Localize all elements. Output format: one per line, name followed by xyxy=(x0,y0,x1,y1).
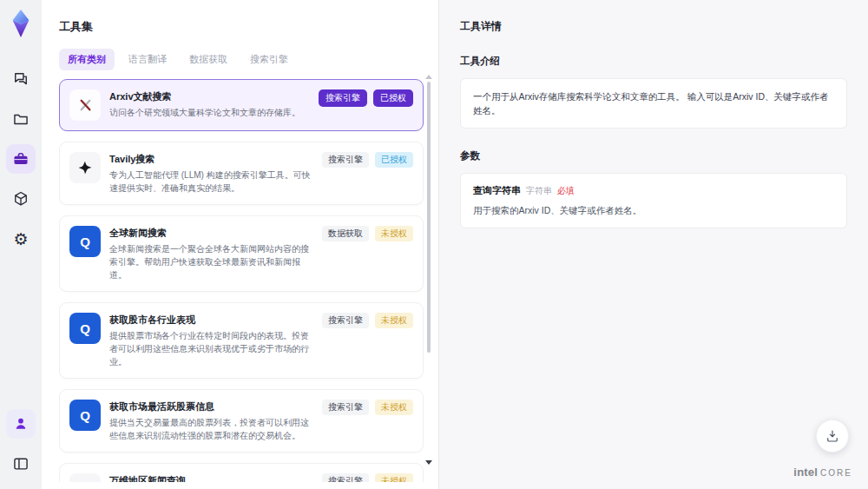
nav-settings-icon[interactable]: ⚙ xyxy=(6,224,36,254)
intel-wordmark: intel xyxy=(793,466,818,479)
param-type: 字符串 xyxy=(526,185,552,197)
tool-name: 全球新闻搜索 xyxy=(109,226,313,240)
tool-description: 提供当天交易量最高的股票列表，投资者可以利用这些信息来识别流动性强的股票和潜在的… xyxy=(109,416,313,442)
intro-heading: 工具介绍 xyxy=(460,55,847,68)
tool-tags: 搜索引擎 已授权 xyxy=(322,152,413,195)
core-wordmark: CORE xyxy=(820,468,852,478)
tool-tags: 数据获取 未授权 xyxy=(322,226,413,281)
nav-toolbox-icon[interactable] xyxy=(6,144,36,174)
nav-user-icon[interactable] xyxy=(6,409,36,439)
building-icon xyxy=(69,473,101,482)
tool-tags: 搜索引擎 未授权 xyxy=(322,473,413,482)
params-heading: 参数 xyxy=(460,149,847,162)
tool-name: 获取市场最活跃股票信息 xyxy=(109,400,313,413)
tool-description: 全球新闻搜索是一个聚合全球各大新闻网站内容的搜索引擎。帮助用户快速获取全球最新资… xyxy=(109,242,313,281)
tool-body: 获取股市各行业表现 提供股票市场各个行业在特定时间段内的表现。投资者可以利用这些… xyxy=(109,313,313,368)
tool-auth-tag: 未授权 xyxy=(375,313,413,328)
tool-list: Arxiv文献搜索 访问各个研究领域大量科学论文和文章的存储库。 搜索引擎 已授… xyxy=(59,79,424,482)
tool-description: 访问各个研究领域大量科学论文和文章的存储库。 xyxy=(109,106,310,119)
nav-panel-toggle-icon[interactable] xyxy=(6,449,36,479)
tool-category-tag: 搜索引擎 xyxy=(322,313,369,328)
param-description: 用于搜索的Arxiv ID、关键字或作者姓名。 xyxy=(473,204,834,217)
tool-tags: 搜索引擎 未授权 xyxy=(322,313,413,368)
tool-description: 专为人工智能代理 (LLM) 构建的搜索引擎工具。可快速提供实时、准确和真实的结… xyxy=(109,169,313,195)
left-rail: ⚙ xyxy=(0,0,42,489)
param-card: 查询字符串 字符串 必填 用于搜索的Arxiv ID、关键字或作者姓名。 xyxy=(460,173,847,228)
tool-description: 提供股票市场各个行业在特定时间段内的表现。投资者可以利用这些信息来识别表现优于或… xyxy=(109,329,313,368)
param-required-badge: 必填 xyxy=(557,185,575,197)
tool-name: 万维地区新闻查询 xyxy=(109,473,313,482)
category-tab[interactable]: 搜索引擎 xyxy=(241,49,297,70)
tool-auth-tag: 已授权 xyxy=(375,152,413,168)
category-tab[interactable]: 所有类别 xyxy=(59,49,115,70)
tool-category-tag: 搜索引擎 xyxy=(322,152,369,168)
detail-title: 工具详情 xyxy=(460,19,847,34)
tool-auth-tag: 未授权 xyxy=(375,473,413,482)
tool-body: 全球新闻搜索 全球新闻搜索是一个聚合全球各大新闻网站内容的搜索引擎。帮助用户快速… xyxy=(109,226,313,281)
tool-category-tag: 搜索引擎 xyxy=(322,400,369,415)
news-q-icon: Q xyxy=(69,313,101,344)
tool-auth-tag: 未授权 xyxy=(375,400,413,415)
param-header: 查询字符串 字符串 必填 xyxy=(473,184,834,197)
tool-body: Arxiv文献搜索 访问各个研究领域大量科学论文和文章的存储库。 xyxy=(109,89,310,121)
arxiv-icon xyxy=(69,89,101,121)
tavily-icon xyxy=(69,152,101,183)
param-name: 查询字符串 xyxy=(473,184,521,197)
tool-name: Tavily搜索 xyxy=(109,152,313,166)
tool-category-tag: 搜索引擎 xyxy=(319,89,367,107)
list-scrollbar[interactable] xyxy=(424,75,433,465)
news-q-icon: Q xyxy=(69,400,101,431)
tool-auth-tag: 已授权 xyxy=(373,89,413,107)
app-logo-icon xyxy=(8,9,34,38)
scrollbar-track[interactable] xyxy=(427,82,431,458)
tool-body: 获取市场最活跃股票信息 提供当天交易量最高的股票列表，投资者可以利用这些信息来识… xyxy=(109,400,313,442)
tool-card[interactable]: Q 获取股市各行业表现 提供股票市场各个行业在特定时间段内的表现。投资者可以利用… xyxy=(59,302,424,379)
intel-core-logo: intel CORE xyxy=(793,466,852,479)
nav-cube-icon[interactable] xyxy=(6,184,36,214)
tool-card[interactable]: Q 全球新闻搜索 全球新闻搜索是一个聚合全球各大新闻网站内容的搜索引擎。帮助用户… xyxy=(59,215,424,292)
tool-card[interactable]: 万维地区新闻查询 查询具体行政区划内的新闻，快速了解各地新闻动 搜索引擎 未授权 xyxy=(59,463,424,482)
tool-name: Arxiv文献搜索 xyxy=(109,89,310,103)
scrollbar-thumb[interactable] xyxy=(427,82,431,353)
tool-detail-panel: 工具详情 工具介绍 一个用于从Arxiv存储库搜索科学论文和文章的工具。 输入可… xyxy=(438,0,868,489)
download-button[interactable] xyxy=(816,420,849,453)
tool-tags: 搜索引擎 未授权 xyxy=(322,400,413,442)
app-window: ⚙ 工具集 所有类别语言翻译数据获取搜索引擎 Arxiv文献搜索 访问各个研究领… xyxy=(0,0,868,489)
scroll-up-icon[interactable] xyxy=(425,75,432,79)
tool-card[interactable]: Q 获取市场最活跃股票信息 提供当天交易量最高的股票列表，投资者可以利用这些信息… xyxy=(59,389,424,453)
nav-chat-icon[interactable] xyxy=(6,64,36,94)
tool-category-tag: 搜索引擎 xyxy=(322,473,369,482)
nav-folder-icon[interactable] xyxy=(6,104,36,134)
tool-card[interactable]: Tavily搜索 专为人工智能代理 (LLM) 构建的搜索引擎工具。可快速提供实… xyxy=(59,142,424,205)
tool-body: Tavily搜索 专为人工智能代理 (LLM) 构建的搜索引擎工具。可快速提供实… xyxy=(109,152,313,195)
tool-list-panel: 工具集 所有类别语言翻译数据获取搜索引擎 Arxiv文献搜索 访问各个研究领域大… xyxy=(42,0,438,489)
page-title: 工具集 xyxy=(59,19,423,35)
scroll-down-icon[interactable] xyxy=(425,460,432,465)
intro-card: 一个用于从Arxiv存储库搜索科学论文和文章的工具。 输入可以是Arxiv ID… xyxy=(460,78,847,129)
intro-text: 一个用于从Arxiv存储库搜索科学论文和文章的工具。 输入可以是Arxiv ID… xyxy=(473,89,834,117)
tool-body: 万维地区新闻查询 查询具体行政区划内的新闻，快速了解各地新闻动 xyxy=(109,473,313,482)
category-tabs: 所有类别语言翻译数据获取搜索引擎 xyxy=(59,49,423,70)
tool-tags: 搜索引擎 已授权 xyxy=(319,89,413,121)
tool-card[interactable]: Arxiv文献搜索 访问各个研究领域大量科学论文和文章的存储库。 搜索引擎 已授… xyxy=(59,79,424,131)
news-q-icon: Q xyxy=(69,226,101,257)
tool-category-tag: 数据获取 xyxy=(322,226,369,241)
tool-name: 获取股市各行业表现 xyxy=(109,313,313,327)
category-tab[interactable]: 数据获取 xyxy=(181,49,236,70)
category-tab[interactable]: 语言翻译 xyxy=(120,49,175,70)
tool-auth-tag: 未授权 xyxy=(375,226,413,241)
